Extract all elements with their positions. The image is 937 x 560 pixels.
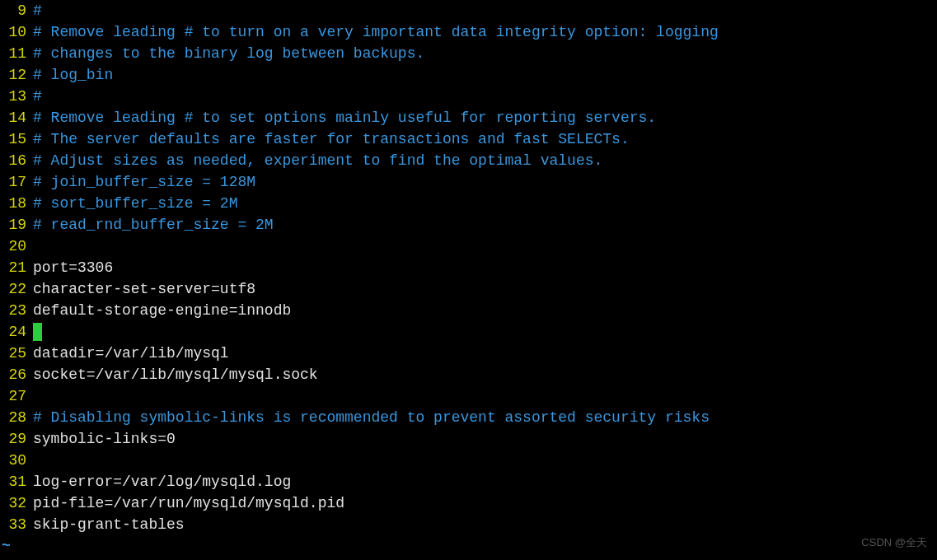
editor-line[interactable]: 24 xyxy=(0,321,937,343)
editor-line[interactable]: 14# Remove leading # to set options main… xyxy=(0,107,937,128)
line-content[interactable]: # Adjust sizes as needed, experiment to … xyxy=(33,150,937,171)
editor-line[interactable]: 31log-error=/var/log/mysqld.log xyxy=(0,471,937,492)
watermark: CSDN @全天 xyxy=(861,532,927,553)
line-number: 20 xyxy=(0,236,33,257)
line-number: 16 xyxy=(0,150,33,171)
editor-line[interactable]: 30 xyxy=(0,450,937,471)
line-number: 24 xyxy=(0,321,33,343)
line-content[interactable]: # xyxy=(33,0,937,21)
line-content[interactable]: character-set-server=utf8 xyxy=(33,278,937,300)
editor-line[interactable]: 32pid-file=/var/run/mysqld/mysqld.pid xyxy=(0,492,937,514)
line-number: 22 xyxy=(0,278,33,300)
line-content[interactable] xyxy=(33,236,937,257)
line-content[interactable]: # log_bin xyxy=(33,64,937,86)
text-editor[interactable]: 9#10# Remove leading # to turn on a very… xyxy=(0,0,937,535)
line-content[interactable]: # The server defaults are faster for tra… xyxy=(33,128,937,150)
editor-line[interactable]: 12# log_bin xyxy=(0,64,937,86)
comment-text: # log_bin xyxy=(33,67,113,83)
vim-tilde: ~ xyxy=(0,535,937,557)
editor-line[interactable]: 16# Adjust sizes as needed, experiment t… xyxy=(0,150,937,171)
line-number: 13 xyxy=(0,86,33,107)
code-text: skip-grant-tables xyxy=(33,516,185,533)
line-content[interactable] xyxy=(33,450,937,471)
comment-text: # Remove leading # to turn on a very imp… xyxy=(33,24,719,40)
line-content[interactable]: # Remove leading # to turn on a very imp… xyxy=(33,21,937,43)
editor-line[interactable]: 10# Remove leading # to turn on a very i… xyxy=(0,21,937,43)
line-content[interactable] xyxy=(33,385,937,407)
comment-text: # read_rnd_buffer_size = 2M xyxy=(33,217,274,233)
code-text: datadir=/var/lib/mysql xyxy=(33,345,229,362)
line-number: 28 xyxy=(0,407,33,428)
editor-line[interactable]: 26socket=/var/lib/mysql/mysql.sock xyxy=(0,364,937,385)
editor-line[interactable]: 28# Disabling symbolic-links is recommen… xyxy=(0,407,937,428)
code-text: socket=/var/lib/mysql/mysql.sock xyxy=(33,366,318,383)
line-content[interactable]: # changes to the binary log between back… xyxy=(33,43,937,64)
line-content[interactable]: # Disabling symbolic-links is recommende… xyxy=(33,407,937,428)
comment-text: # Adjust sizes as needed, experiment to … xyxy=(33,152,602,169)
editor-line[interactable]: 29symbolic-links=0 xyxy=(0,428,937,450)
line-content[interactable] xyxy=(33,321,937,343)
line-number: 31 xyxy=(0,471,33,492)
editor-line[interactable]: 11# changes to the binary log between ba… xyxy=(0,43,937,64)
code-text: log-error=/var/log/mysqld.log xyxy=(33,474,291,490)
line-content[interactable]: port=3306 xyxy=(33,257,937,278)
line-number: 27 xyxy=(0,385,33,407)
code-text: port=3306 xyxy=(33,259,113,276)
line-number: 9 xyxy=(0,0,33,21)
line-content[interactable]: # read_rnd_buffer_size = 2M xyxy=(33,214,937,236)
code-text: pid-file=/var/run/mysqld/mysqld.pid xyxy=(33,495,344,511)
editor-line[interactable]: 17# join_buffer_size = 128M xyxy=(0,171,937,193)
line-number: 10 xyxy=(0,21,33,43)
line-number: 30 xyxy=(0,450,33,471)
line-content[interactable]: socket=/var/lib/mysql/mysql.sock xyxy=(33,364,937,385)
editor-line[interactable]: 18# sort_buffer_size = 2M xyxy=(0,193,937,214)
line-number: 23 xyxy=(0,300,33,321)
editor-line[interactable]: 33skip-grant-tables xyxy=(0,514,937,535)
line-number: 21 xyxy=(0,257,33,278)
line-number: 17 xyxy=(0,171,33,193)
editor-line[interactable]: 13# xyxy=(0,86,937,107)
editor-line[interactable]: 15# The server defaults are faster for t… xyxy=(0,128,937,150)
line-number: 12 xyxy=(0,64,33,86)
line-number: 33 xyxy=(0,514,33,535)
line-number: 18 xyxy=(0,193,33,214)
comment-text: # Disabling symbolic-links is recommende… xyxy=(33,409,710,426)
comment-text: # Remove leading # to set options mainly… xyxy=(33,110,656,126)
editor-line[interactable]: 9# xyxy=(0,0,937,21)
comment-text: # xyxy=(33,2,42,19)
editor-line[interactable]: 21port=3306 xyxy=(0,257,937,278)
line-content[interactable]: datadir=/var/lib/mysql xyxy=(33,343,937,364)
line-content[interactable]: # xyxy=(33,86,937,107)
cursor xyxy=(33,323,42,341)
comment-text: # join_buffer_size = 128M xyxy=(33,174,255,190)
line-number: 15 xyxy=(0,128,33,150)
line-number: 32 xyxy=(0,492,33,514)
comment-text: # sort_buffer_size = 2M xyxy=(33,195,237,212)
editor-line[interactable]: 27 xyxy=(0,385,937,407)
line-content[interactable]: # sort_buffer_size = 2M xyxy=(33,193,937,214)
line-content[interactable]: log-error=/var/log/mysqld.log xyxy=(33,471,937,492)
line-content[interactable]: # join_buffer_size = 128M xyxy=(33,171,937,193)
editor-line[interactable]: 19# read_rnd_buffer_size = 2M xyxy=(0,214,937,236)
comment-text: # xyxy=(33,88,42,105)
line-content[interactable]: symbolic-links=0 xyxy=(33,428,937,450)
line-content[interactable]: pid-file=/var/run/mysqld/mysqld.pid xyxy=(33,492,937,514)
line-number: 26 xyxy=(0,364,33,385)
editor-line[interactable]: 20 xyxy=(0,236,937,257)
line-content[interactable]: skip-grant-tables xyxy=(33,514,937,535)
comment-text: # The server defaults are faster for tra… xyxy=(33,131,630,147)
line-content[interactable]: # Remove leading # to set options mainly… xyxy=(33,107,937,128)
line-number: 29 xyxy=(0,428,33,450)
code-text: character-set-server=utf8 xyxy=(33,281,255,297)
line-number: 11 xyxy=(0,43,33,64)
line-number: 14 xyxy=(0,107,33,128)
code-text: default-storage-engine=innodb xyxy=(33,302,291,319)
editor-line[interactable]: 22character-set-server=utf8 xyxy=(0,278,937,300)
code-text: symbolic-links=0 xyxy=(33,431,176,447)
editor-line[interactable]: 23default-storage-engine=innodb xyxy=(0,300,937,321)
line-content[interactable]: default-storage-engine=innodb xyxy=(33,300,937,321)
line-number: 19 xyxy=(0,214,33,236)
line-number: 25 xyxy=(0,343,33,364)
comment-text: # changes to the binary log between back… xyxy=(33,45,424,62)
editor-line[interactable]: 25datadir=/var/lib/mysql xyxy=(0,343,937,364)
